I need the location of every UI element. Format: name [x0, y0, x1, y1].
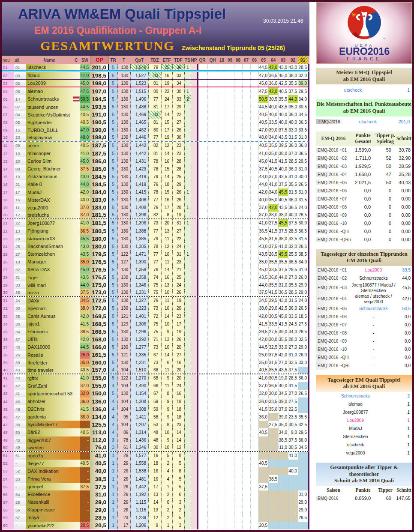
table-row: 1408Georg_Büchner37,5185,051301,42378152…	[2, 165, 309, 173]
day-winner-name: -	[350, 347, 397, 352]
round-score: 36,5	[278, 289, 288, 296]
round-score: 35,5	[278, 258, 288, 266]
t-value: 122	[117, 374, 130, 382]
tdf-value: 8	[172, 452, 184, 460]
tdf-value: 34	[172, 80, 184, 87]
day-winner-points: 44,0	[397, 276, 412, 281]
tr-value: 5	[109, 126, 117, 134]
rounds-row: EMQ-2016 ~011.539,05030,78	[316, 146, 412, 154]
etf-value: 17	[161, 126, 172, 134]
round-score: 26,5	[298, 180, 308, 188]
rank-old: 43	[14, 367, 26, 374]
round-score: 35,0	[288, 103, 298, 111]
player-name: BigSpender	[26, 119, 72, 126]
rank-new: 37	[2, 343, 14, 351]
empty-cell	[207, 452, 218, 460]
empty-cell	[250, 413, 258, 421]
ts-value	[184, 359, 191, 367]
country-cell	[72, 204, 80, 212]
sw-value: 37,5	[80, 289, 90, 296]
round-score: 9,0	[288, 428, 298, 436]
round-score: 31,0	[298, 490, 308, 498]
round-score: 37,5	[268, 351, 278, 359]
tr-value: 1	[109, 483, 117, 490]
empty-cell	[250, 297, 258, 305]
player-name: Nasenkalli	[26, 498, 72, 506]
rounds-col-header: Punkte Gesamt	[351, 133, 375, 144]
np-value	[191, 475, 197, 483]
etf-value: 25	[161, 64, 172, 70]
qpt-value: 1,385	[130, 242, 148, 250]
tr-value: 5	[109, 188, 117, 196]
etf-value: 10	[161, 289, 172, 296]
empty-cell	[207, 490, 218, 498]
rounds-row: EMQ-2016 ~070,000,00	[316, 195, 412, 203]
qpt-value: 1,471	[130, 250, 148, 258]
round-na-cell	[278, 475, 288, 483]
rank-new: 49	[2, 436, 14, 444]
round-label: EMQ-2016 ~02	[316, 156, 351, 161]
tdz-value: 81	[148, 119, 161, 126]
rank-new: 31	[2, 297, 14, 305]
table-row: 0704SkeptikerVsOptimist40,5191,051301,46…	[2, 111, 309, 119]
rank-old: 53	[14, 475, 26, 483]
empty-cell	[242, 343, 250, 351]
empty-cell	[234, 498, 242, 506]
round-average: 0,00	[396, 237, 412, 242]
rank-old: 32	[14, 266, 26, 273]
empty-cell	[197, 498, 207, 506]
qpt-value: 1,331	[130, 289, 148, 296]
svg-text:✳: ✳	[351, 12, 356, 18]
t-value: 130	[117, 335, 130, 343]
empty-cell	[218, 428, 226, 436]
table-row: 3124DAXii34,5172,551301,32776111934,539,…	[2, 297, 309, 305]
empty-cell	[226, 305, 234, 312]
round-score: 31,0	[298, 165, 308, 173]
empty-cell	[242, 80, 250, 87]
tdz-value: 73	[148, 359, 161, 367]
table-row: 5654Excellence-31,01261,192132631,0	[2, 490, 309, 498]
tr-value: 5	[109, 111, 117, 119]
round-tippers: 50	[375, 147, 396, 152]
ts-value	[184, 242, 191, 250]
round-average: 40,43	[396, 180, 412, 185]
round-score: 40,5	[258, 111, 268, 119]
qpt-value: 1,115	[130, 506, 148, 514]
total-points: 168,0	[90, 335, 109, 343]
round-score: 50,5	[258, 95, 268, 103]
rounds-row: EMQ-2016 ~041.658,04735,28	[316, 170, 412, 179]
day-winner-points: 0,0	[397, 339, 412, 344]
round-missed-cell	[278, 498, 288, 506]
empty-cell	[197, 64, 207, 70]
empty-cell	[226, 235, 234, 242]
rank-new: 10	[2, 134, 14, 141]
empty-cell	[226, 514, 234, 521]
rank-new: 08	[2, 119, 14, 126]
country-cell	[72, 475, 80, 483]
player-name: minicooper	[26, 149, 72, 157]
round-score: 26,0	[298, 351, 308, 359]
tagessieger-gesamt-title: Tagessieger EM Quali Tippspielab EM 2016…	[316, 375, 412, 392]
rank-new: 41	[2, 374, 14, 382]
round-score: 47,0	[258, 72, 268, 79]
empty-cell	[197, 444, 207, 451]
rank-old: 04	[14, 111, 26, 119]
etf-value: 9	[161, 405, 172, 413]
country-cell	[72, 335, 80, 343]
empty-cell	[218, 274, 226, 281]
tdz-value: 75	[148, 281, 161, 289]
table-row: 5856Klappmesser-29,01261,115132229,0	[2, 506, 309, 514]
rounds-header: EM-Q 2016Punkte GesamtTipper p. Spieltag…	[316, 132, 412, 146]
empty-cell	[218, 64, 226, 70]
np-value	[191, 421, 197, 428]
empty-cell	[250, 328, 258, 335]
day-winner-name: -	[350, 314, 397, 320]
empty-cell	[250, 258, 258, 266]
round-score: 45,0	[278, 72, 288, 79]
etf-value: 12	[161, 142, 172, 149]
country-cell	[72, 483, 80, 490]
tagessieger-gesamt-row: Joerg1008771	[316, 408, 412, 416]
ts-value	[184, 460, 191, 467]
empty-cell	[218, 103, 226, 111]
round-score: 43,5	[278, 173, 288, 180]
